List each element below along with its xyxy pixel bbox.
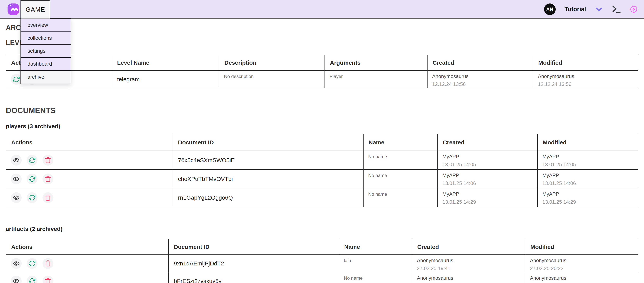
created-cell: MyAPP13.01.25 14:06 [438, 170, 538, 188]
timestamp-text: 27.02.25 20:22 [530, 266, 638, 272]
timestamp-text: 13.01.25 14:05 [442, 162, 537, 168]
table-header-row: ActionsDocument IDNameCreatedModified [6, 134, 638, 151]
trash-icon [45, 157, 51, 164]
author-text: MyAPP [542, 172, 638, 178]
actions-cell [6, 255, 168, 272]
timestamp-text: 13.01.25 14:29 [442, 199, 537, 205]
topbar: GAME AN Tutorial [0, 0, 644, 18]
delete-button[interactable] [42, 276, 53, 283]
author-text: Anonymosaurus [530, 275, 638, 281]
dropdown-item-overview[interactable]: overview [21, 19, 71, 32]
restore-button[interactable] [27, 192, 38, 203]
refresh-icon [29, 157, 35, 164]
view-button[interactable] [11, 174, 22, 184]
timestamp-text: 12.12.24 13:56 [538, 81, 638, 87]
documents-section-title: DOCUMENTS [6, 106, 644, 115]
column-header-modified: Modified [525, 239, 638, 255]
main-content: ARCHIVE LEVELS ActionsLevel NameDescript… [0, 23, 644, 283]
table-row: 9xn1dAEmijPjDdT2lalaAnonymosaurus27.02.2… [6, 255, 638, 272]
eye-icon [13, 260, 20, 267]
table-row: 76x5c4eSXmSWO5iENo nameMyAPP13.01.25 14:… [6, 151, 638, 170]
column-header-actions: Actions [6, 134, 173, 151]
play-circle-icon[interactable] [630, 5, 638, 13]
author-text: MyAPP [442, 172, 537, 178]
table-row: choXPuTbTMvOVTpiNo nameMyAPP13.01.25 14:… [6, 170, 638, 188]
eye-icon [13, 278, 20, 283]
timestamp-text: 13.01.25 14:05 [542, 162, 638, 168]
actions-cell [6, 188, 173, 207]
created-cell: Anonymosaurus12.12.24 13:56 [427, 70, 533, 88]
name-cell: No name [363, 170, 438, 188]
column-header-modified: Modified [538, 134, 638, 151]
timestamp-text: 12.12.24 13:56 [432, 81, 533, 87]
description-cell: No description [219, 70, 325, 88]
document-id-cell: choXPuTbTMvOVTpi [173, 170, 363, 188]
column-header-name: Name [339, 239, 412, 255]
trash-icon [45, 278, 51, 283]
author-text: Anonymosaurus [538, 73, 638, 79]
restore-button[interactable] [11, 74, 22, 85]
artifacts-table: ActionsDocument IDNameCreatedModified9xn… [6, 239, 638, 283]
name-cell: No name [363, 188, 438, 207]
dropdown-item-dashboard[interactable]: dashboard [21, 58, 71, 71]
column-header-created: Created [412, 239, 525, 255]
view-button[interactable] [11, 258, 22, 269]
avatar[interactable]: AN [544, 3, 556, 15]
delete-button[interactable] [42, 192, 53, 203]
user-label[interactable]: Tutorial [564, 6, 586, 13]
name-cell: No name [363, 151, 438, 170]
eye-icon [13, 194, 20, 201]
players-collection-label: players (3 archived) [6, 123, 644, 130]
table-header-row: ActionsLevel NameDescriptionArgumentsCre… [6, 55, 638, 70]
restore-button[interactable] [27, 174, 38, 184]
modified-cell: Anonymosaurus12.12.24 13:56 [533, 70, 638, 88]
players-table: ActionsDocument IDNameCreatedModified76x… [6, 134, 638, 207]
document-id-cell: rnLGapYgL2Oggo6Q [173, 188, 363, 207]
name-cell: No name [339, 272, 412, 283]
created-cell: Anonymosaurus [412, 272, 525, 283]
column-header-modified: Modified [533, 55, 638, 70]
created-cell: MyAPP13.01.25 14:29 [438, 188, 538, 207]
game-dropdown: overviewcollectionssettingsdashboardarch… [20, 18, 71, 84]
view-button[interactable] [11, 155, 22, 166]
created-cell: MyAPP13.01.25 14:05 [438, 151, 538, 170]
view-button[interactable] [11, 192, 22, 203]
created-cell: Anonymosaurus27.02.25 19:41 [412, 255, 525, 272]
document-id-cell: 9xn1dAEmijPjDdT2 [168, 255, 339, 272]
delete-button[interactable] [42, 174, 53, 184]
name-cell: lala [339, 255, 412, 272]
modified-cell: Anonymosaurus [525, 272, 638, 283]
chevron-down-icon[interactable] [595, 5, 603, 13]
levels-table: ActionsLevel NameDescriptionArgumentsCre… [6, 55, 638, 88]
timestamp-text: 13.01.25 14:29 [542, 199, 638, 205]
column-header-created: Created [427, 55, 533, 70]
table-row: rnLGapYgL2Oggo6QNo nameMyAPP13.01.25 14:… [6, 188, 638, 207]
view-button[interactable] [11, 276, 22, 283]
game-menu-button[interactable]: GAME [20, 0, 50, 18]
refresh-icon [29, 176, 35, 182]
column-header-description: Description [219, 55, 325, 70]
restore-button[interactable] [27, 155, 38, 166]
app-logo-icon[interactable] [7, 3, 20, 16]
timestamp-text: 13.01.25 14:06 [442, 180, 537, 186]
restore-button[interactable] [27, 276, 38, 283]
eye-icon [13, 176, 20, 182]
refresh-icon [29, 194, 35, 201]
table-row: telegramNo descriptionPlayerAnonymosauru… [6, 70, 638, 88]
column-header-level_name: Level Name [112, 55, 219, 70]
terminal-icon[interactable] [612, 5, 621, 14]
dropdown-item-settings[interactable]: settings [21, 45, 71, 58]
author-text: MyAPP [442, 191, 537, 197]
delete-button[interactable] [42, 155, 53, 166]
document-id-cell: 76x5c4eSXmSWO5iE [173, 151, 363, 170]
author-text: MyAPP [542, 154, 638, 160]
delete-button[interactable] [42, 258, 53, 269]
modified-cell: Anonymosaurus27.02.25 20:22 [525, 255, 638, 272]
document-id-cell: bFrESzj2zvsxuy5y [168, 272, 339, 283]
column-header-actions: Actions [6, 239, 168, 255]
modified-cell: MyAPP13.01.25 14:06 [538, 170, 638, 188]
dropdown-item-archive[interactable]: archive [21, 71, 71, 84]
author-text: MyAPP [442, 154, 537, 160]
dropdown-item-collections[interactable]: collections [21, 32, 71, 45]
restore-button[interactable] [27, 258, 38, 269]
